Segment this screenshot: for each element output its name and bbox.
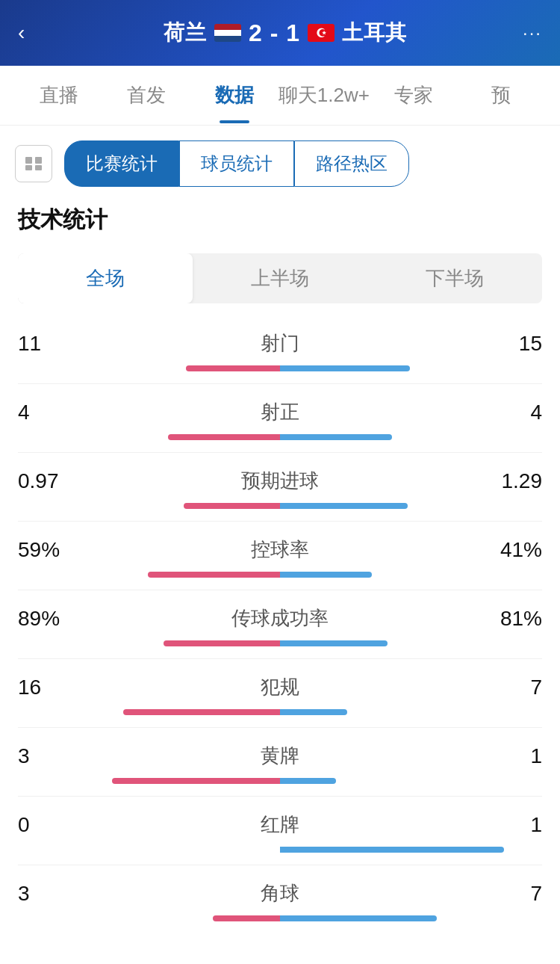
stat-right-value: 1: [482, 744, 542, 768]
tab-chat[interactable]: 聊天1.2w+: [279, 67, 370, 123]
period-tab-full[interactable]: 全场: [18, 253, 193, 303]
back-button[interactable]: ‹: [18, 21, 48, 45]
bar-right: [280, 640, 388, 646]
stat-left-value: 89%: [18, 607, 78, 631]
stat-left-value: 0.97: [18, 469, 78, 493]
stat-left-value: 3: [18, 744, 78, 768]
stat-bars: [18, 434, 542, 440]
tab-predict[interactable]: 预: [457, 67, 545, 123]
sub-tab-icon-button[interactable]: [15, 145, 52, 182]
sub-tab-match-stats[interactable]: 比赛统计: [64, 140, 179, 187]
stat-name: 射正: [261, 399, 299, 425]
svg-rect-1: [35, 157, 42, 164]
stat-right-value: 7: [482, 676, 542, 699]
team-home-name: 荷兰: [164, 19, 207, 47]
stat-left-value: 11: [18, 332, 78, 356]
bar-right: [280, 709, 347, 715]
more-button[interactable]: ···: [523, 22, 542, 43]
header: ‹ 荷兰 2 - 1 土耳其 ···: [0, 0, 560, 66]
bar-right: [280, 434, 392, 440]
period-tabs: 全场 上半场 下半场: [18, 253, 542, 303]
bar-right: [280, 847, 504, 853]
bar-left: [186, 365, 280, 371]
stat-left-value: 16: [18, 676, 78, 699]
stat-bars: [18, 640, 542, 646]
stat-right-value: 41%: [482, 538, 542, 562]
bar-right: [280, 778, 336, 784]
tab-data[interactable]: 数据: [190, 67, 279, 123]
team-away-name: 土耳其: [342, 19, 407, 47]
stat-name: 黄牌: [261, 743, 299, 769]
stat-name: 射门: [261, 330, 299, 356]
stat-bars: [18, 915, 542, 921]
sub-tab-player-stats[interactable]: 球员统计: [179, 140, 294, 187]
stat-left-value: 4: [18, 401, 78, 424]
stat-row: 11射门15: [18, 315, 542, 384]
stat-bars: [18, 572, 542, 578]
stat-right-value: 15: [482, 332, 542, 356]
sub-tabs-container: 比赛统计 球员统计 路径热区: [0, 126, 560, 187]
sub-tab-heatmap[interactable]: 路径热区: [294, 140, 409, 187]
flag-turkey: [308, 24, 335, 42]
match-score: 2 - 1: [249, 19, 300, 47]
svg-rect-0: [25, 157, 32, 164]
stat-row: 16犯规7: [18, 659, 542, 728]
stat-row: 89%传球成功率81%: [18, 590, 542, 659]
stat-name: 预期进球: [241, 468, 319, 494]
stat-row: 59%控球率41%: [18, 522, 542, 590]
bar-left: [164, 640, 280, 646]
stats-container: 11射门154射正40.97预期进球1.2959%控球率41%89%传球成功率8…: [0, 315, 560, 933]
period-tab-first-half[interactable]: 上半场: [193, 253, 367, 303]
stat-row: 0.97预期进球1.29: [18, 453, 542, 522]
stat-bars: [18, 709, 542, 715]
stat-right-value: 81%: [482, 607, 542, 631]
stat-bars: [18, 365, 542, 371]
stat-right-value: 7: [482, 882, 542, 906]
stat-left-value: 3: [18, 882, 78, 906]
bar-right: [280, 365, 410, 371]
grid-icon: [25, 157, 42, 170]
stat-row: 0红牌1: [18, 797, 542, 865]
match-title: 荷兰 2 - 1 土耳其: [164, 19, 407, 47]
bar-right: [280, 915, 437, 921]
stat-name: 犯规: [261, 674, 299, 700]
stat-left-value: 0: [18, 813, 78, 837]
svg-rect-2: [25, 165, 32, 170]
stat-right-value: 4: [482, 401, 542, 424]
stat-name: 控球率: [251, 537, 309, 563]
svg-rect-3: [35, 165, 42, 170]
stat-name: 角球: [261, 880, 299, 906]
flag-netherlands: [214, 24, 241, 42]
tab-expert[interactable]: 专家: [370, 67, 458, 123]
bar-left: [123, 709, 280, 715]
stat-left-value: 59%: [18, 538, 78, 562]
stat-bars: [18, 847, 542, 853]
bar-left: [213, 915, 280, 921]
bar-right: [280, 572, 372, 578]
stat-row: 3角球7: [18, 865, 542, 933]
bar-left: [112, 778, 280, 784]
stat-right-value: 1: [482, 813, 542, 837]
section-title: 技术统计: [0, 187, 560, 241]
stat-row: 3黄牌1: [18, 728, 542, 797]
tab-lineup[interactable]: 首发: [103, 67, 191, 123]
stat-bars: [18, 778, 542, 784]
bar-left: [184, 503, 280, 509]
bar-right: [280, 503, 408, 509]
tab-live[interactable]: 直播: [15, 67, 103, 123]
sub-tabs: 比赛统计 球员统计 路径热区: [64, 140, 545, 187]
bar-left: [168, 434, 280, 440]
period-tab-second-half[interactable]: 下半场: [367, 253, 542, 303]
stat-bars: [18, 503, 542, 509]
stat-row: 4射正4: [18, 384, 542, 453]
nav-tabs: 直播 首发 数据 聊天1.2w+ 专家 预: [0, 66, 560, 126]
stat-name: 传球成功率: [231, 605, 329, 631]
bar-left: [148, 572, 280, 578]
stat-right-value: 1.29: [482, 469, 542, 493]
stat-name: 红牌: [261, 812, 299, 838]
